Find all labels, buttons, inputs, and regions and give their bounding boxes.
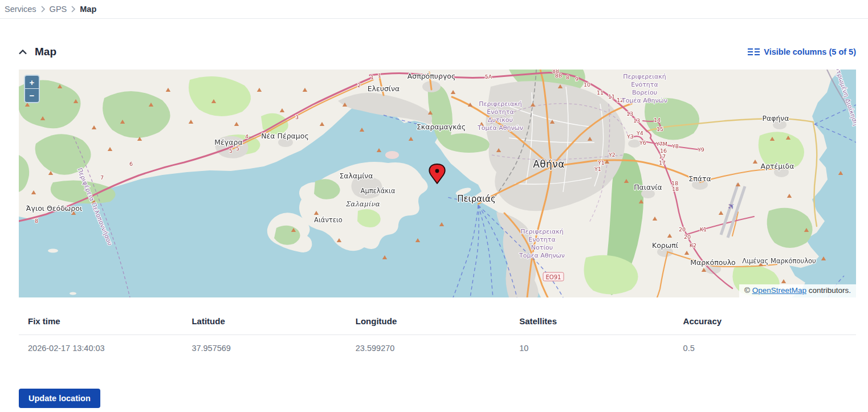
chevron-right-icon bbox=[40, 6, 46, 13]
column-header: Satellites bbox=[519, 309, 683, 335]
map-place-label: Λιμένας Μαρκόπουλου bbox=[742, 257, 816, 265]
openstreetmap-link[interactable]: OpenStreetMap bbox=[752, 286, 806, 295]
svg-text:ΕΟ91: ΕΟ91 bbox=[546, 274, 561, 280]
road-number-label: Υ4 bbox=[636, 130, 643, 136]
road-number-label: 2 bbox=[357, 82, 361, 88]
column-header: Longitude bbox=[356, 309, 519, 335]
road-number-label: Υ3 bbox=[626, 133, 634, 140]
road-number-label: Υ2 bbox=[608, 152, 616, 158]
road-number-label: 10 bbox=[584, 81, 590, 88]
map-place-label: Τομέα Αθηνών bbox=[477, 124, 523, 132]
map-place-label: Αθήνα bbox=[533, 158, 565, 170]
road-number-label: 9 bbox=[575, 76, 578, 82]
table-cell: 2026-02-17 13:40:03 bbox=[28, 335, 191, 361]
table-cell: 0.5 bbox=[683, 335, 847, 361]
map-place-label: Ενότητα bbox=[631, 81, 658, 88]
chevron-right-icon bbox=[71, 6, 76, 13]
table-cell: 10 bbox=[519, 335, 683, 361]
zoom-out-button[interactable]: − bbox=[25, 89, 39, 102]
road-number-label: 5 bbox=[229, 148, 233, 154]
road-number-label: Κ1 bbox=[700, 226, 707, 232]
map-place-label: Σπάτα bbox=[688, 174, 711, 183]
map-place-label: Σκαραμαγκάς bbox=[417, 123, 466, 131]
map-place-label: Ενότητα bbox=[487, 108, 514, 116]
gps-table-head: Fix timeLatitudeLongitudeSatellitesAccur… bbox=[19, 309, 856, 335]
column-header: Fix time bbox=[28, 309, 191, 335]
column-header: Accuracy bbox=[683, 309, 847, 335]
map-place-label: Μαρκόπουλο bbox=[690, 258, 735, 267]
zoom-in-button[interactable]: + bbox=[25, 76, 39, 89]
road-number-label: 13 bbox=[626, 111, 633, 117]
map-zoom-control: + − bbox=[24, 75, 40, 103]
map-place-label: Μέγαρα bbox=[214, 138, 242, 146]
map-place-label: Περιφερειακή bbox=[623, 73, 666, 80]
road-number-label: 4 bbox=[245, 133, 248, 140]
map-place-label: Αρτέμιδα bbox=[761, 162, 794, 170]
road-number-label: 15 bbox=[657, 126, 663, 132]
map-place-label: Κορωπί bbox=[652, 241, 679, 250]
road-number-label: Υ1 bbox=[597, 160, 605, 166]
map-container[interactable]: + − bbox=[19, 70, 856, 297]
road-number-label: 8Β bbox=[555, 72, 563, 79]
map-place-label: Ραφήνα bbox=[762, 114, 789, 123]
map-attribution: © OpenStreetMap contributors. bbox=[739, 284, 856, 297]
road-number-label: 8 bbox=[35, 218, 38, 224]
update-location-button[interactable]: Update location bbox=[19, 389, 100, 408]
map-panel-toggle[interactable]: Map bbox=[19, 46, 56, 58]
road-number-label: 18 bbox=[672, 186, 679, 192]
map-place-label: Δυτικού bbox=[488, 116, 513, 124]
table-cell: 23.599270 bbox=[356, 335, 519, 361]
road-number-label: 17 bbox=[659, 160, 666, 166]
road-number-label: 5Α bbox=[485, 74, 492, 80]
road-number-label: 20 bbox=[679, 226, 686, 232]
map-place-label: Περιφερειακή bbox=[520, 228, 564, 235]
road-number-label: Υ9 bbox=[697, 146, 704, 153]
road-badge: ΕΟ91 bbox=[543, 272, 564, 281]
breadcrumb-gps[interactable]: GPS bbox=[50, 5, 67, 14]
table-cell: 37.957569 bbox=[191, 335, 355, 361]
road-number-label: 14 bbox=[654, 117, 661, 123]
road-number-label: 6 bbox=[129, 161, 133, 167]
road-number-label: Υ8 bbox=[671, 143, 679, 149]
map-place-label: Σαλαμίνα bbox=[345, 200, 380, 208]
map-svg[interactable]: ✈ bbox=[19, 70, 856, 297]
visible-columns-label: Visible columns (5 of 5) bbox=[764, 47, 856, 56]
road-number-label: 1 bbox=[370, 74, 374, 80]
map-place-label: Ενότητα bbox=[528, 236, 555, 243]
road-number-label: Υ6 bbox=[639, 140, 646, 146]
map-place-label: Παιανία bbox=[634, 183, 662, 191]
road-number-label: 13 bbox=[633, 117, 640, 124]
breadcrumb-services[interactable]: Services bbox=[5, 5, 36, 14]
road-number-label: 8 bbox=[566, 74, 569, 80]
map-place-label: Περιφερειακή bbox=[479, 100, 522, 108]
map-place-label: Νοτίου bbox=[531, 244, 553, 251]
road-number-label: 3 bbox=[295, 114, 299, 120]
map-place-label: Ελευσίνα bbox=[368, 84, 400, 93]
map-place-label: Άγιοι Θεόδωροι bbox=[26, 204, 82, 213]
map-place-label: Τομέα Αθηνών bbox=[621, 97, 667, 104]
page-title: Map bbox=[35, 46, 56, 58]
column-header: Latitude bbox=[191, 309, 355, 335]
map-place-label: Αιάντειο bbox=[314, 216, 343, 224]
map-place-label: Σαλαμίνα bbox=[339, 172, 373, 180]
map-place-label: Νέα Πέραμος bbox=[261, 132, 309, 140]
road-number-label: Υ7Μ bbox=[655, 141, 667, 147]
breadcrumb-map: Map bbox=[80, 5, 96, 14]
map-place-label: Αμπελάκια bbox=[361, 187, 396, 195]
road-number-label: Υ1 bbox=[594, 166, 601, 172]
map-place-label: Πειραιάς bbox=[457, 194, 496, 204]
gps-table-body: 2026-02-17 13:40:0337.95756923.599270100… bbox=[19, 335, 856, 361]
visible-columns-button[interactable]: Visible columns (5 of 5) bbox=[748, 47, 856, 56]
map-place-label: Ασπρόπυργος bbox=[407, 72, 456, 80]
breadcrumb: Services GPS Map bbox=[0, 0, 868, 19]
gps-table: Fix timeLatitudeLongitudeSatellitesAccur… bbox=[19, 309, 856, 361]
road-number-label: 11 bbox=[597, 89, 604, 96]
road-number-label: 20 bbox=[684, 234, 691, 240]
chevron-up-icon bbox=[19, 47, 27, 57]
road-number-label: 7 bbox=[100, 174, 104, 181]
map-place-label: Βορείου bbox=[632, 89, 657, 96]
table-row[interactable]: 2026-02-17 13:40:0337.95756923.599270100… bbox=[19, 335, 856, 361]
road-number-label: 17 bbox=[659, 153, 666, 160]
columns-icon bbox=[748, 48, 760, 56]
map-place-label: Τομέα Αθηνών bbox=[519, 252, 565, 259]
